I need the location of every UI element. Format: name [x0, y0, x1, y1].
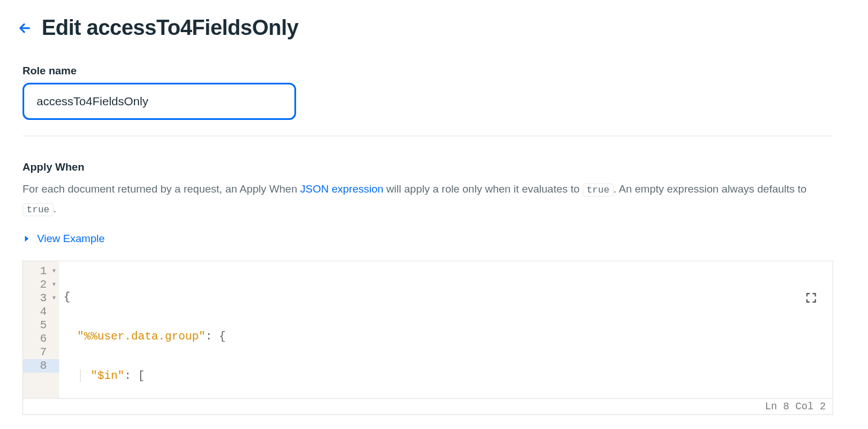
apply-when-text-mid2: . An empty expression always defaults to [614, 183, 807, 195]
gutter-num: 3 [40, 292, 47, 305]
true-code-2: true [23, 203, 53, 216]
gutter-num: 5 [40, 319, 47, 332]
apply-when-text-end: . [53, 203, 56, 214]
gutter-num: 8 [40, 359, 47, 373]
page-header: Edit accessTo4FieldsOnly [18, 16, 850, 40]
apply-when-text-mid: will apply a role only when it evaluates… [383, 183, 583, 195]
gutter-num: 2 [40, 278, 47, 292]
page-title: Edit accessTo4FieldsOnly [42, 16, 298, 40]
code-token: "%%user.data.group" [77, 330, 205, 343]
gutter-num: 7 [40, 346, 47, 359]
chevron-right-icon [23, 235, 30, 243]
gutter-num: 1 [40, 265, 47, 278]
gutter-num: 6 [40, 332, 47, 346]
role-name-input[interactable] [23, 83, 296, 120]
back-arrow-icon[interactable] [18, 21, 32, 35]
apply-when-text-pre: For each document returned by a request,… [23, 183, 300, 195]
divider [23, 136, 833, 136]
code-token: { [64, 291, 70, 303]
editor-status-bar: Ln 8 Col 2 [23, 398, 833, 414]
json-expression-link[interactable]: JSON expression [300, 183, 383, 195]
view-example-label: View Example [37, 233, 105, 245]
code-token: "$in" [91, 369, 124, 382]
editor-gutter: 1▼ 2▼ 3▼ 4 5 6 7 8 [23, 261, 59, 398]
apply-when-title: Apply When [23, 161, 833, 173]
view-example-toggle[interactable]: View Example [23, 233, 105, 245]
code-token: : { [205, 330, 226, 343]
code-token: : [ [124, 369, 145, 382]
expand-icon[interactable] [724, 279, 817, 320]
role-name-label: Role name [23, 65, 833, 77]
true-code-1: true [583, 184, 614, 196]
editor-code-area[interactable]: { "%%user.data.group": { │ "$in": [ │ │ … [59, 261, 833, 398]
apply-when-description: For each document returned by a request,… [23, 179, 833, 219]
gutter-num: 4 [40, 305, 47, 319]
code-editor[interactable]: 1▼ 2▼ 3▼ 4 5 6 7 8 { "%%user.data.group"… [23, 261, 833, 415]
